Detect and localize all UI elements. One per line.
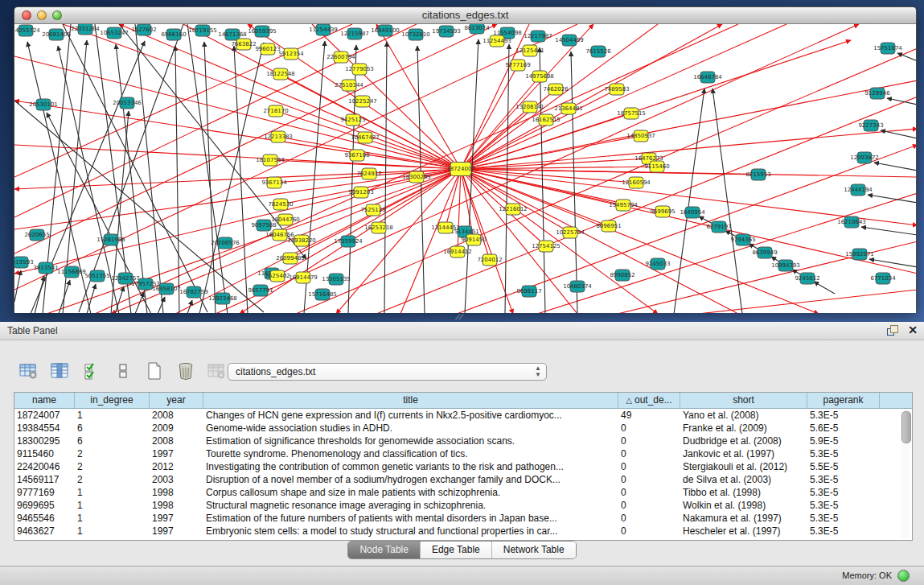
network-graph[interactable]: 1405572420691406220312641065324715276026… xyxy=(14,24,916,313)
graph-node[interactable]: 12160594 xyxy=(622,177,651,188)
graph-edge[interactable] xyxy=(87,284,96,313)
graph-edge[interactable] xyxy=(458,169,461,252)
table-row[interactable]: 977716911998Corpus callosum shape and si… xyxy=(14,486,912,499)
graph-edge[interactable] xyxy=(881,130,916,138)
graph-edge[interactable] xyxy=(95,24,131,313)
rows-icon[interactable] xyxy=(112,360,134,382)
graph-node[interactable]: 8215953 xyxy=(745,169,770,180)
graph-edge[interactable] xyxy=(814,282,835,294)
graph-node[interactable]: 10994393 xyxy=(771,260,800,271)
close-panel-icon[interactable]: ✕ xyxy=(908,324,918,336)
graph-node[interactable]: 20530101 xyxy=(29,99,58,110)
table-scrollbar[interactable] xyxy=(901,410,910,538)
graph-node[interactable]: 12217987 xyxy=(524,31,552,42)
graph-node[interactable]: 1640954 xyxy=(680,207,705,218)
table-row[interactable]: 1872400712008Changes of HCN gene express… xyxy=(14,409,912,422)
delete-table-icon[interactable] xyxy=(175,360,197,382)
graph-edge[interactable] xyxy=(461,169,758,175)
graph-edge[interactable] xyxy=(187,300,192,313)
graph-node[interactable]: 9245033 xyxy=(645,258,670,270)
graph-node[interactable]: 10467427 xyxy=(351,132,380,143)
column-header-short[interactable]: short xyxy=(680,393,807,408)
graph-edge[interactable] xyxy=(135,24,163,313)
graph-node[interactable]: 7824912 xyxy=(356,168,381,179)
graph-node[interactable]: 17359924 xyxy=(334,236,363,247)
graph-edge[interactable] xyxy=(897,53,916,61)
graph-hub-node[interactable]: 18724007 xyxy=(446,163,475,176)
graph-edge[interactable] xyxy=(204,42,216,313)
graph-edge[interactable] xyxy=(461,107,530,169)
graph-edge[interactable] xyxy=(461,129,916,169)
graph-node[interactable]: 9227343 xyxy=(858,120,883,131)
tab-edge-table[interactable]: Edge Table xyxy=(421,542,492,558)
table-row[interactable]: 1456911722003Disruption of a novel membe… xyxy=(14,473,912,486)
graph-node[interactable]: 10653247 xyxy=(100,27,129,39)
table-source-select[interactable]: citations_edges.txt ▲▼ xyxy=(228,363,547,381)
graph-edge[interactable] xyxy=(874,163,916,171)
graph-node[interactable]: 10480374 xyxy=(563,281,592,292)
select-columns-icon[interactable] xyxy=(80,360,103,382)
graph-node[interactable]: 8813074 xyxy=(464,24,490,34)
tab-network-table[interactable]: Network Table xyxy=(492,542,576,558)
graph-node[interactable]: 9129946 xyxy=(864,88,890,99)
scrollbar-thumb[interactable] xyxy=(901,411,911,443)
graph-node[interactable]: 7525125 xyxy=(360,204,385,216)
column-header-title[interactable]: title xyxy=(203,393,618,408)
graph-node[interactable]: 7824530 xyxy=(268,199,293,210)
graph-edge[interactable] xyxy=(35,276,44,313)
graph-node[interactable]: 10225247 xyxy=(348,96,377,107)
graph-node[interactable]: 22600794 xyxy=(326,51,355,63)
table-row[interactable]: 969969511998Structural magnetic resonanc… xyxy=(14,499,912,512)
graph-edge[interactable] xyxy=(14,24,497,253)
float-panel-icon[interactable] xyxy=(887,325,898,336)
graph-node[interactable]: 8990852 xyxy=(610,270,634,281)
graph-edge[interactable] xyxy=(14,169,461,229)
table-row[interactable]: 1938455462009Genome-wide association stu… xyxy=(14,422,912,435)
graph-node[interactable]: 12779053 xyxy=(345,64,374,75)
network-canvas[interactable]: 1405572420691406220312641065324715276026… xyxy=(14,24,916,313)
table-row[interactable]: 2242004622012Investigating the contribut… xyxy=(14,460,912,473)
graph-node[interactable]: 20691406 xyxy=(42,29,71,40)
graph-node[interactable]: 8639949 xyxy=(752,247,777,258)
table-row[interactable]: 946362711997Embryonic stem cells: a mode… xyxy=(14,525,912,538)
graph-edge[interactable] xyxy=(119,24,461,169)
graph-edge[interactable] xyxy=(14,24,577,290)
graph-edge[interactable] xyxy=(861,227,916,235)
graph-edge[interactable] xyxy=(384,42,387,313)
column-header-out_de[interactable]: △out_de... xyxy=(618,393,680,408)
graph-node[interactable]: 5912354 xyxy=(278,48,304,60)
graph-edge[interactable] xyxy=(674,89,704,313)
graph-edge[interactable] xyxy=(461,169,738,313)
graph-node[interactable]: 2718170 xyxy=(263,105,288,117)
graph-node[interactable]: 6966160 xyxy=(161,29,186,40)
graph-node[interactable]: 10719155 xyxy=(188,25,217,36)
table-row[interactable]: 1830029562008Estimation of significance … xyxy=(14,435,912,447)
table-settings-icon[interactable] xyxy=(18,360,40,382)
import-table-icon[interactable] xyxy=(206,360,228,382)
graph-node[interactable]: 7462026 xyxy=(543,84,569,95)
graph-edge[interactable] xyxy=(14,270,21,302)
graph-node[interactable]: 13505135 xyxy=(322,274,351,285)
graph-node[interactable]: 16914479 xyxy=(289,272,318,283)
graph-node[interactable]: 9696117 xyxy=(516,286,541,297)
graph-node[interactable]: 1319593 xyxy=(14,257,34,268)
graph-edge[interactable] xyxy=(95,24,738,313)
new-table-icon[interactable] xyxy=(143,360,166,382)
graph-node[interactable]: 9960123 xyxy=(255,43,280,55)
graph-edge[interactable] xyxy=(461,169,819,313)
graph-edge[interactable] xyxy=(869,259,916,267)
graph-node[interactable]: 16648784 xyxy=(693,72,722,83)
panel-resize-grip[interactable]: ⟋⟋ xyxy=(455,314,468,321)
column-header-name[interactable]: name xyxy=(14,393,75,408)
window-titlebar[interactable]: citations_edges.txt xyxy=(14,7,916,24)
graph-node[interactable]: 16253218 xyxy=(364,222,393,233)
graph-node[interactable]: 8096951 xyxy=(596,220,621,232)
graph-node[interactable]: 9425125 xyxy=(340,114,365,126)
graph-node[interactable]: 7204012 xyxy=(477,254,502,266)
graph-edge[interactable] xyxy=(461,24,786,169)
graph-node[interactable]: 10225754 xyxy=(556,227,585,238)
tab-node-table[interactable]: Node Table xyxy=(348,542,421,558)
graph-node[interactable]: 7615526 xyxy=(585,46,611,57)
graph-node[interactable]: 9367134 xyxy=(261,177,287,188)
graph-node[interactable]: 10732810 xyxy=(401,29,430,40)
